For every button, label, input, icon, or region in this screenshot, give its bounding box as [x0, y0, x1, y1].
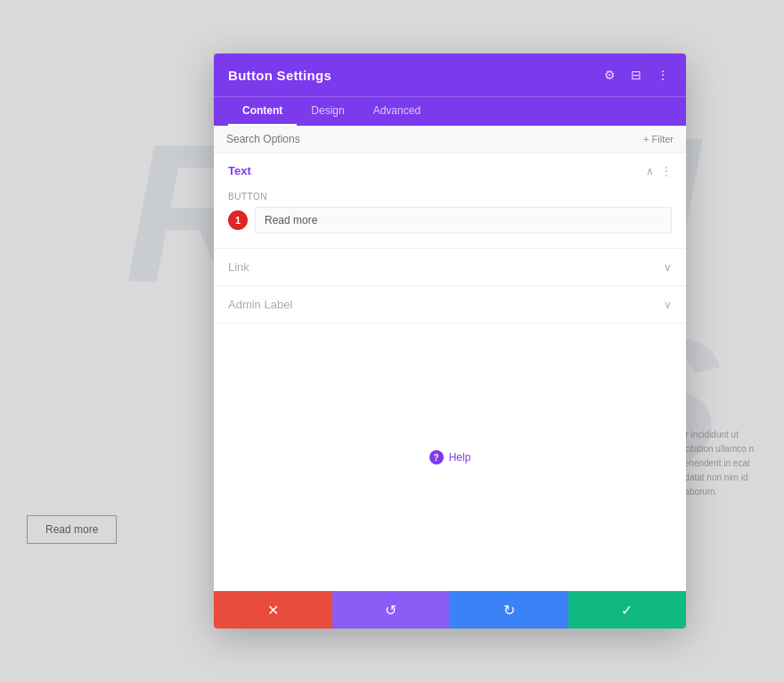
- button-field-label: Button: [228, 192, 672, 201]
- redo-button[interactable]: ↻: [450, 591, 568, 629]
- text-section-header[interactable]: Text ∧ ⋮: [214, 153, 686, 188]
- button-field-row: 1: [228, 207, 672, 234]
- text-field-group: Button 1: [214, 188, 686, 248]
- filter-button[interactable]: + Filter: [643, 134, 674, 144]
- admin-label-section: Admin Label ∨: [214, 286, 686, 324]
- modal-body: Text ∧ ⋮ Button 1 Link ∨: [214, 153, 686, 591]
- modal-tabs: Content Design Advanced: [214, 96, 686, 126]
- tab-advanced[interactable]: Advanced: [359, 97, 435, 126]
- text-section: Text ∧ ⋮ Button 1: [214, 153, 686, 249]
- modal-panel: Button Settings ⚙ ⊟ ⋮ Content Design Adv…: [214, 53, 686, 629]
- modal-footer: ✕ ↺ ↻ ✓: [214, 591, 686, 629]
- save-button[interactable]: ✓: [568, 591, 687, 629]
- admin-label-section-header[interactable]: Admin Label ∨: [214, 286, 686, 323]
- help-section[interactable]: ? Help: [214, 324, 686, 591]
- link-section-title: Link: [228, 260, 249, 274]
- help-icon: ?: [429, 450, 444, 464]
- more-menu-icon[interactable]: ⋮: [654, 66, 672, 84]
- modal-title: Button Settings: [228, 68, 331, 83]
- modal-header-icons: ⚙ ⊟ ⋮: [600, 66, 672, 84]
- collapse-icon[interactable]: ∧: [646, 165, 654, 177]
- text-section-icons: ∧ ⋮: [646, 165, 672, 177]
- section-menu-icon[interactable]: ⋮: [661, 165, 672, 177]
- columns-icon[interactable]: ⊟: [627, 66, 645, 84]
- button-text-input[interactable]: [255, 207, 672, 234]
- settings-icon[interactable]: ⚙: [600, 66, 618, 84]
- admin-label-section-title: Admin Label: [228, 298, 292, 311]
- cancel-button[interactable]: ✕: [214, 591, 332, 629]
- text-section-title: Text: [228, 164, 251, 177]
- help-label: Help: [449, 451, 471, 464]
- step-badge: 1: [228, 210, 248, 230]
- link-section-header[interactable]: Link ∨: [214, 249, 686, 285]
- link-section: Link ∨: [214, 249, 686, 286]
- modal-header: Button Settings ⚙ ⊟ ⋮: [214, 53, 686, 96]
- search-input[interactable]: [226, 133, 643, 145]
- tab-content[interactable]: Content: [228, 97, 297, 126]
- search-bar: + Filter: [214, 126, 686, 153]
- link-chevron-icon[interactable]: ∨: [664, 261, 672, 274]
- undo-button[interactable]: ↺: [332, 591, 451, 629]
- tab-design[interactable]: Design: [297, 97, 358, 126]
- admin-label-chevron-icon[interactable]: ∨: [664, 299, 672, 311]
